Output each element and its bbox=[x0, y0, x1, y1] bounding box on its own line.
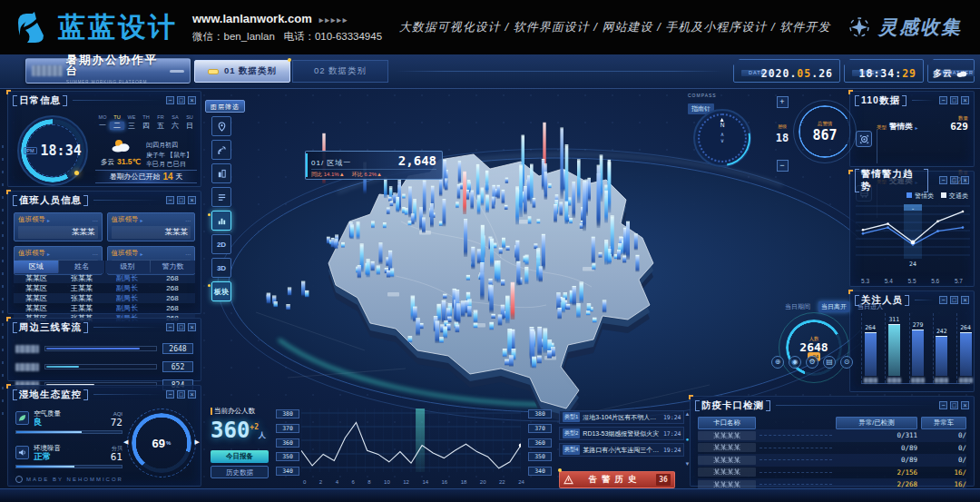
table-cell: 副局长 bbox=[104, 303, 150, 313]
duty-leader-card[interactable]: 值班领导▸⋯某某某 bbox=[107, 212, 196, 241]
minimize-icon[interactable]: − bbox=[939, 96, 947, 104]
arrow-icon: ▸ bbox=[47, 251, 50, 257]
close-icon[interactable]: × bbox=[188, 390, 196, 399]
column-header[interactable]: 区域 bbox=[14, 261, 58, 273]
table-cell: 副局长 bbox=[104, 273, 150, 283]
panel-window-controls[interactable]: −□× bbox=[939, 401, 969, 409]
week-day[interactable]: WE三 bbox=[124, 113, 139, 130]
focus-tab[interactable]: 当日离开 bbox=[818, 301, 849, 312]
restore-icon[interactable]: □ bbox=[950, 96, 958, 104]
close-icon[interactable]: × bbox=[961, 296, 969, 304]
restore-icon[interactable]: □ bbox=[177, 323, 185, 331]
today-report-button[interactable]: 今日报备 bbox=[211, 450, 269, 463]
alert-item[interactable]: 类型2RD13-53烟感报警疑似火灾17:24 bbox=[559, 427, 684, 440]
minimize-icon[interactable]: − bbox=[166, 96, 174, 104]
y-axis-label: 380 bbox=[528, 409, 552, 418]
layer-signal-icon[interactable] bbox=[211, 140, 231, 160]
close-icon[interactable]: × bbox=[961, 176, 969, 184]
duty-role: 值班领导 bbox=[18, 215, 45, 224]
close-icon[interactable]: × bbox=[961, 96, 969, 104]
x-axis-label: 18 bbox=[461, 479, 467, 488]
city-3d-map[interactable] bbox=[201, 85, 860, 425]
week-day[interactable]: TU二 bbox=[110, 113, 124, 130]
panel-window-controls[interactable]: −□× bbox=[939, 96, 969, 104]
minimize-icon[interactable]: − bbox=[166, 323, 174, 331]
history-data-button[interactable]: 历史数据 bbox=[211, 466, 269, 478]
close-icon[interactable]: × bbox=[188, 323, 196, 331]
column-header[interactable]: 异常/已检测 bbox=[836, 417, 917, 429]
scroll-handle-icon[interactable]: ● bbox=[686, 437, 690, 442]
close-icon[interactable]: × bbox=[961, 401, 969, 409]
layer-button-2D[interactable]: 2D bbox=[211, 234, 231, 254]
week-calendar: MO一TU二WE三TH四FR五SA六SU日 bbox=[95, 113, 197, 130]
restore-icon[interactable]: □ bbox=[177, 96, 185, 104]
column-header[interactable]: 姓名 bbox=[59, 261, 103, 273]
panel-window-controls[interactable]: −□× bbox=[166, 323, 196, 331]
layers-icon[interactable]: ▤ bbox=[823, 356, 836, 369]
alert-item[interactable]: 类型1湿地3-104片区有不明人员闯入19:24 bbox=[559, 410, 684, 424]
layer-button-3D[interactable]: 3D bbox=[211, 258, 231, 278]
week-day[interactable]: SA六 bbox=[168, 113, 182, 130]
close-icon[interactable]: × bbox=[188, 96, 196, 104]
scan-icon[interactable]: ⊙ bbox=[840, 356, 853, 369]
zoom-out-button[interactable]: − bbox=[777, 160, 789, 172]
column-header[interactable]: 异常车 bbox=[921, 417, 966, 429]
layer-bar-chart-icon[interactable] bbox=[211, 211, 231, 231]
panel-window-controls[interactable]: −□× bbox=[939, 176, 969, 184]
inspiration-collect[interactable]: 灵感收集 bbox=[848, 15, 962, 40]
wechat-id: ben_lanlan bbox=[224, 31, 275, 42]
week-day[interactable]: FR五 bbox=[153, 113, 168, 130]
chevron-down-icon[interactable]: ∨ bbox=[720, 138, 724, 144]
layer-building-icon[interactable] bbox=[211, 163, 231, 183]
analog-clock: PM18:34 bbox=[17, 115, 88, 186]
column-header[interactable]: 级别 bbox=[105, 261, 150, 273]
minimize-icon[interactable]: − bbox=[166, 390, 174, 399]
vehicle-count: 0/ bbox=[921, 456, 966, 464]
zoom-in-button[interactable]: + bbox=[777, 96, 789, 108]
tab-data-category-1[interactable]: 01 数据类别 bbox=[194, 60, 290, 83]
column-header[interactable]: 警力数 bbox=[151, 261, 195, 273]
restore-icon[interactable]: □ bbox=[950, 401, 958, 409]
alert-scrollbar[interactable]: ▲ ● ▼ bbox=[684, 410, 690, 488]
alert-history-button[interactable]: 告警历史 36 bbox=[559, 471, 675, 488]
bar-group: 311 bbox=[885, 313, 898, 383]
panel-window-controls[interactable]: −□× bbox=[166, 196, 196, 204]
scroll-down-icon[interactable]: ▼ bbox=[684, 461, 690, 467]
focus-tab[interactable]: 当日期间 bbox=[782, 301, 813, 312]
restore-icon[interactable]: □ bbox=[950, 296, 958, 304]
restore-icon[interactable]: □ bbox=[177, 196, 185, 204]
panel-window-controls[interactable]: −□× bbox=[166, 96, 196, 104]
minimize-icon[interactable]: − bbox=[939, 401, 947, 409]
close-icon[interactable]: × bbox=[188, 196, 196, 204]
duty-leader-card[interactable]: 值班领导▸⋯某某某 bbox=[14, 212, 103, 241]
minimize-icon[interactable]: − bbox=[166, 196, 174, 204]
layer-button-板块[interactable]: 板块 bbox=[211, 281, 231, 301]
website-link[interactable]: www.lanlanwork.com bbox=[192, 12, 312, 25]
settings-icon[interactable]: ⚙ bbox=[806, 356, 818, 369]
minimize-icon[interactable]: − bbox=[939, 176, 947, 184]
restore-icon[interactable]: □ bbox=[177, 390, 185, 399]
target-icon[interactable]: ◉ bbox=[789, 356, 801, 369]
minimize-icon[interactable]: − bbox=[939, 296, 947, 304]
gauge-right-arrow-icon: ▶ bbox=[195, 438, 200, 446]
chevron-up-icon[interactable]: ∧ bbox=[720, 132, 724, 138]
clock-period: PM bbox=[24, 147, 36, 154]
scroll-up-icon[interactable]: ▲ bbox=[684, 411, 690, 417]
link-icon[interactable]: ⊕ bbox=[771, 356, 784, 369]
vehicle-count: 16/ bbox=[921, 480, 966, 488]
focus-tab[interactable]: 当日进入 bbox=[855, 301, 886, 312]
layer-pin-icon[interactable] bbox=[211, 116, 231, 136]
checkpoint-row: 某某某某2/15616/ bbox=[698, 467, 966, 479]
alert-item[interactable]: 类型4某路口有小汽车连闯三个红灯19:24 bbox=[559, 443, 684, 457]
restore-icon[interactable]: □ bbox=[950, 176, 958, 184]
layer-list-icon[interactable] bbox=[211, 187, 231, 207]
column-header[interactable]: 卡口名称 bbox=[698, 417, 756, 429]
panel-window-controls[interactable]: −□× bbox=[166, 390, 196, 399]
arrow-icon: ▸ bbox=[916, 124, 918, 131]
panel-window-controls[interactable]: −□× bbox=[939, 296, 969, 304]
week-day[interactable]: SU日 bbox=[182, 113, 197, 130]
week-day[interactable]: MO一 bbox=[95, 113, 110, 130]
week-day[interactable]: TH四 bbox=[139, 113, 153, 130]
tab-data-category-2[interactable]: 02 数据类别 bbox=[292, 60, 388, 83]
layer-filter-panel: 图层筛选 2D3D板块 bbox=[205, 100, 245, 301]
